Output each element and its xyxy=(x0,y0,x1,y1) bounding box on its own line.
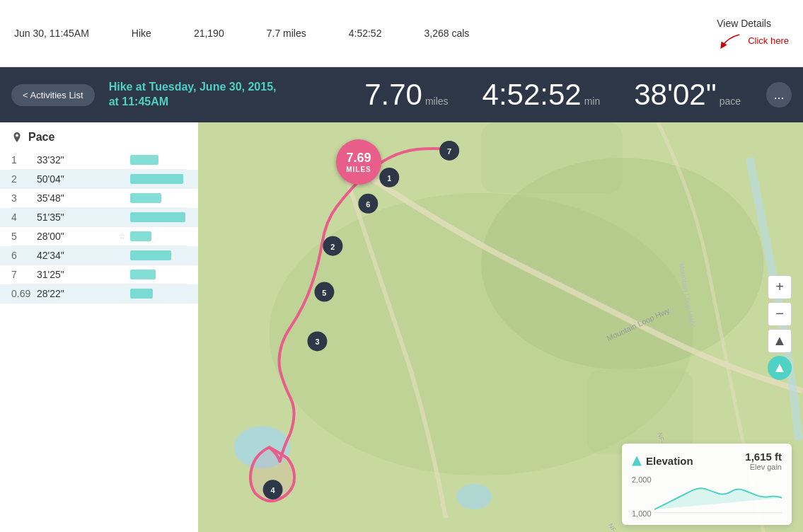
svg-text:1: 1 xyxy=(387,174,391,183)
pace-row: 0.69 28'22" xyxy=(0,284,198,303)
svg-text:6: 6 xyxy=(366,200,370,209)
pace-rows-container: 1 33'32" 2 50'04" 3 35'48" 4 51'35" 5 28… xyxy=(11,151,187,303)
header-duration-unit: min xyxy=(584,96,601,107)
pace-bar-container xyxy=(130,289,187,299)
pace-bar xyxy=(130,193,161,203)
pace-bar-container xyxy=(130,231,187,241)
star-icon[interactable]: ☆ xyxy=(118,231,126,241)
pace-bar-container xyxy=(130,270,187,279)
pace-bar xyxy=(130,174,183,184)
elevation-chart-area: 2,000 1,000 xyxy=(632,475,782,518)
top-duration: 4:52:52 xyxy=(349,28,382,39)
pace-row: 6 42'34" xyxy=(0,246,198,265)
location-icon xyxy=(11,132,23,143)
pace-row: 5 28'00" ☆ xyxy=(11,227,187,246)
pace-panel-title: Pace xyxy=(28,131,54,144)
pace-row-num: 6 xyxy=(11,250,33,261)
svg-text:2: 2 xyxy=(330,243,335,251)
header-bar: < Activities List Hike at Tuesday, June … xyxy=(0,67,803,122)
activity-title: Hike at Tuesday, June 30, 2015, at 11:45… xyxy=(109,80,277,110)
zoom-out-button[interactable]: − xyxy=(768,302,792,326)
svg-text:3: 3 xyxy=(315,337,319,346)
activity-title-line2: at 11:45AM xyxy=(109,95,277,110)
distance-badge-value: 7.69 xyxy=(346,151,371,166)
elevation-chart xyxy=(654,475,782,518)
pace-row-num: 5 xyxy=(11,231,33,242)
pace-bar xyxy=(130,250,171,260)
pace-row-num: 7 xyxy=(11,269,33,280)
pace-row-value: 51'35" xyxy=(37,212,126,223)
pace-row: 3 35'48" xyxy=(11,189,187,208)
pace-row: 1 33'32" xyxy=(11,151,187,170)
view-details-area: View Details Click here xyxy=(717,18,789,49)
header-distance-value: 7.70 xyxy=(364,78,422,112)
elevation-header: Elevation 1,615 ft Elev gain xyxy=(632,451,782,471)
map-area[interactable]: Mountain Loop Hwy Mountain Loop HWY NF-4… xyxy=(198,122,803,532)
pace-row-value: 28'00" xyxy=(37,231,114,242)
pace-bar xyxy=(130,155,158,165)
top-calories: 3,268 cals xyxy=(424,28,469,39)
elevation-title: Elevation xyxy=(632,455,693,467)
pace-row-num: 4 xyxy=(11,212,33,223)
top-bar: Jun 30, 11:45AM Hike 21,190 7.7 miles 4:… xyxy=(0,0,803,67)
pace-row: 2 50'04" xyxy=(0,170,198,189)
click-here-text[interactable]: Click here xyxy=(748,35,789,46)
compass-button[interactable]: ▲ xyxy=(768,356,792,380)
main-content: Pace 1 33'32" 2 50'04" 3 35'48" 4 51'35"… xyxy=(0,122,803,532)
pace-row-value: 28'22" xyxy=(37,288,126,299)
pace-bar xyxy=(130,270,156,279)
header-pace-unit: pace xyxy=(720,96,741,107)
map-controls: + − ▲ ▲ xyxy=(768,275,792,380)
top-type: Hike xyxy=(132,28,151,39)
elevation-icon xyxy=(632,456,642,466)
header-distance-unit: miles xyxy=(425,96,449,107)
pace-panel: Pace 1 33'32" 2 50'04" 3 35'48" 4 51'35"… xyxy=(0,122,198,532)
svg-text:4: 4 xyxy=(271,486,276,495)
top-steps: 21,190 xyxy=(194,28,224,39)
top-date: Jun 30, 11:45AM xyxy=(14,28,89,39)
pace-row-value: 50'04" xyxy=(37,173,126,185)
pace-bar-container xyxy=(130,250,187,260)
distance-badge-label: MILES xyxy=(346,166,371,173)
activities-list-button[interactable]: < Activities List xyxy=(11,84,95,106)
pace-bar-container xyxy=(130,155,187,165)
elevation-value: 1,615 ft xyxy=(745,451,782,463)
zoom-in-button[interactable]: + xyxy=(768,275,792,299)
header-pace-value: 38'02" xyxy=(634,78,716,112)
topo-button[interactable]: ▲ xyxy=(768,329,792,353)
header-duration-value: 4:52:52 xyxy=(483,78,582,112)
pace-row: 4 51'35" xyxy=(0,208,198,227)
elevation-stats: 1,615 ft Elev gain xyxy=(745,451,782,471)
elev-label-bottom: 1,000 xyxy=(632,509,652,518)
pace-row-value: 42'34" xyxy=(37,250,126,261)
pace-bar xyxy=(130,231,151,241)
svg-text:7: 7 xyxy=(447,147,451,156)
view-details-link[interactable]: View Details xyxy=(717,18,771,29)
more-options-button[interactable]: ... xyxy=(766,82,792,108)
pace-row-num: 2 xyxy=(11,173,33,185)
pace-bar xyxy=(130,289,153,299)
pace-row-value: 33'32" xyxy=(37,154,126,166)
pace-row-num: 0.69 xyxy=(11,288,33,299)
pace-panel-header: Pace xyxy=(11,131,187,144)
pace-row-value: 35'48" xyxy=(37,192,126,204)
elevation-widget: Elevation 1,615 ft Elev gain 2,000 1,000 xyxy=(622,444,792,525)
elev-label-top: 2,000 xyxy=(632,475,652,484)
activity-title-line1: Hike at Tuesday, June 30, 2015, xyxy=(109,80,277,95)
svg-text:5: 5 xyxy=(322,289,326,297)
top-distance: 7.7 miles xyxy=(267,28,306,39)
elevation-y-labels: 2,000 1,000 xyxy=(632,475,652,518)
pace-row: 7 31'25" xyxy=(11,265,187,284)
arrow-icon xyxy=(717,32,745,49)
pace-row-num: 1 xyxy=(11,154,33,166)
click-here-annotation: Click here xyxy=(717,32,789,49)
header-stats: 7.70 miles 4:52:52 min 38'02" pace xyxy=(364,78,741,112)
pace-bar-container xyxy=(130,174,187,184)
distance-badge: 7.69 MILES xyxy=(336,139,381,185)
pace-row-num: 3 xyxy=(11,192,33,204)
pace-bar-container xyxy=(130,193,187,203)
pace-bar xyxy=(130,212,185,222)
elevation-gain-label: Elev gain xyxy=(745,463,782,471)
pace-row-value: 31'25" xyxy=(37,269,126,280)
pace-bar-container xyxy=(130,212,187,222)
